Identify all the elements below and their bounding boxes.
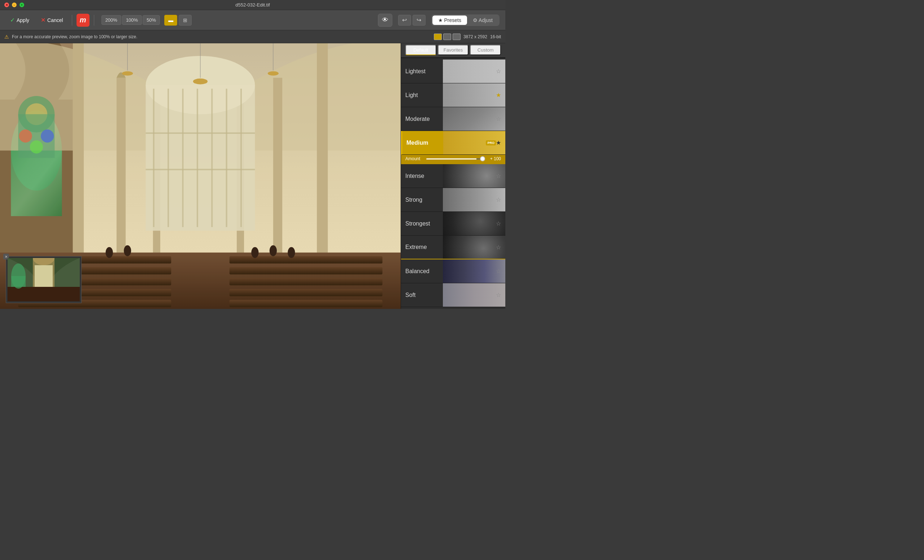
traffic-lights[interactable]: ✕ − + xyxy=(4,3,24,7)
preset-name-strongest: Strongest xyxy=(405,220,496,227)
window-title: d552-032-Edit.tif xyxy=(236,2,270,7)
preview-eye-button[interactable]: 👁 xyxy=(378,14,392,27)
thumbnail-overlay: ✕ xyxy=(6,256,82,303)
warning-icon: ⚠ xyxy=(4,34,9,40)
app-logo[interactable]: m xyxy=(76,14,90,27)
info-bar: ⚠ For a more accurate preview, zoom imag… xyxy=(0,30,506,43)
preset-star-medium[interactable]: ★ xyxy=(496,139,501,146)
zoom-200-button[interactable]: 200% xyxy=(101,15,121,25)
preset-star-soft[interactable]: ☆ xyxy=(496,292,501,298)
preset-star-moderate[interactable]: ☆ xyxy=(496,115,501,122)
preset-name-light: Light xyxy=(405,92,496,99)
preset-name-strong: Strong xyxy=(405,197,496,203)
preview-single-btn[interactable] xyxy=(434,34,442,40)
preset-name-balanced: Balanced xyxy=(405,268,496,275)
maximize-button[interactable]: + xyxy=(20,3,24,7)
minimize-button[interactable]: − xyxy=(12,3,16,7)
preset-moderate[interactable]: Moderate ☆ xyxy=(401,107,506,131)
apply-button[interactable]: ✓ Apply xyxy=(6,15,34,25)
cancel-label: Cancel xyxy=(47,17,63,23)
amount-row: Amount + 100 xyxy=(401,155,506,164)
adjust-tab-button[interactable]: ⚙ Adjust xyxy=(467,15,498,25)
preset-medium[interactable]: Medium PRO ★ xyxy=(401,131,506,155)
dimensions-text: 3872 x 2592 xyxy=(464,34,487,39)
apply-label: Apply xyxy=(16,17,29,23)
preset-lightest[interactable]: Lightest ☆ xyxy=(401,60,506,83)
preset-soft[interactable]: Soft ☆ xyxy=(401,283,506,307)
x-icon: ✕ xyxy=(41,16,45,24)
svg-rect-53 xyxy=(8,287,80,301)
separator2 xyxy=(94,15,94,25)
view-split-button[interactable]: ⊞ xyxy=(178,15,192,25)
pro-badge-medium: PRO xyxy=(486,140,496,145)
preset-name-lightest: Lightest xyxy=(405,68,496,75)
view-toggle: ▬ ⊞ xyxy=(164,15,192,25)
preset-name-soft: Soft xyxy=(405,292,496,298)
preset-light[interactable]: Light ★ xyxy=(401,83,506,107)
preview-buttons xyxy=(434,34,460,40)
preset-balanced[interactable]: Balanced ☆ xyxy=(401,259,506,283)
preset-strongest[interactable]: Strongest ☆ xyxy=(401,212,506,236)
preset-star-light[interactable]: ★ xyxy=(496,92,501,99)
panel-tabs-row: Default Favorites Custom xyxy=(401,43,506,58)
toolbar: ✓ Apply ✕ Cancel m 200% 100% 50% ▬ ⊞ 👁 ↩… xyxy=(0,10,506,30)
preset-intense[interactable]: Intense ☆ xyxy=(401,164,506,188)
back-button[interactable]: ↩ xyxy=(398,15,411,25)
adjust-label: Adjust xyxy=(478,17,493,23)
zoom-buttons: 200% 100% 50% xyxy=(101,15,160,25)
preset-name-moderate: Moderate xyxy=(405,116,496,122)
presets-adjust-tabs: ★ Presets ⚙ Adjust xyxy=(431,15,500,26)
amount-value: + 100 xyxy=(488,156,501,161)
forward-button[interactable]: ↪ xyxy=(412,15,426,25)
star-icon: ★ xyxy=(438,17,443,23)
nav-arrows: ↩ ↪ xyxy=(398,15,426,25)
preview-split-btn[interactable] xyxy=(443,34,451,40)
view-single-button[interactable]: ▬ xyxy=(164,15,177,25)
preset-star-intense[interactable]: ☆ xyxy=(496,172,501,179)
tab-favorites[interactable]: Favorites xyxy=(438,45,469,55)
amount-label: Amount xyxy=(405,156,423,161)
warning-text: For a more accurate preview, zoom image … xyxy=(12,34,137,39)
preview-split2-btn[interactable] xyxy=(453,34,460,40)
preset-star-strongest[interactable]: ☆ xyxy=(496,220,501,227)
close-button[interactable]: ✕ xyxy=(4,3,9,7)
amount-slider[interactable] xyxy=(426,159,485,159)
preset-name-extreme: Extreme xyxy=(405,244,496,250)
canvas-area[interactable]: ✕ xyxy=(0,43,400,309)
presets-list: Lightest ☆ Light ★ Moderate ☆ Medium PRO… xyxy=(401,58,506,309)
cancel-button[interactable]: ✕ Cancel xyxy=(36,15,68,25)
sliders-icon: ⚙ xyxy=(473,17,477,23)
preset-name-medium: Medium xyxy=(406,140,484,146)
preset-star-strong[interactable]: ☆ xyxy=(496,196,501,203)
preset-star-extreme[interactable]: ☆ xyxy=(496,244,501,251)
thumbnail-image xyxy=(8,258,80,301)
preset-star-lightest[interactable]: ☆ xyxy=(496,68,501,75)
preset-name-intense: Intense xyxy=(405,173,496,179)
svg-rect-55 xyxy=(11,276,26,287)
right-panel: Default Favorites Custom Lightest ☆ Ligh… xyxy=(400,43,506,309)
presets-tab-button[interactable]: ★ Presets xyxy=(432,15,467,25)
zoom-100-button[interactable]: 100% xyxy=(122,15,142,25)
main-area: ✕ Default xyxy=(0,43,506,309)
zoom-50-button[interactable]: 50% xyxy=(142,15,160,25)
tab-custom[interactable]: Custom xyxy=(470,45,501,55)
svg-rect-56 xyxy=(34,265,53,287)
checkmark-icon: ✓ xyxy=(10,16,15,24)
title-bar: ✕ − + d552-032-Edit.tif xyxy=(0,0,506,10)
preset-extreme[interactable]: Extreme ☆ xyxy=(401,236,506,259)
preset-star-balanced[interactable]: ☆ xyxy=(496,268,501,275)
tab-default[interactable]: Default xyxy=(405,45,436,55)
preset-strong[interactable]: Strong ☆ xyxy=(401,188,506,212)
presets-label: Presets xyxy=(444,17,461,23)
bit-depth-text: 16-bit xyxy=(490,34,501,39)
toolbar-right: 👁 ↩ ↪ ★ Presets ⚙ Adjust xyxy=(378,14,500,27)
